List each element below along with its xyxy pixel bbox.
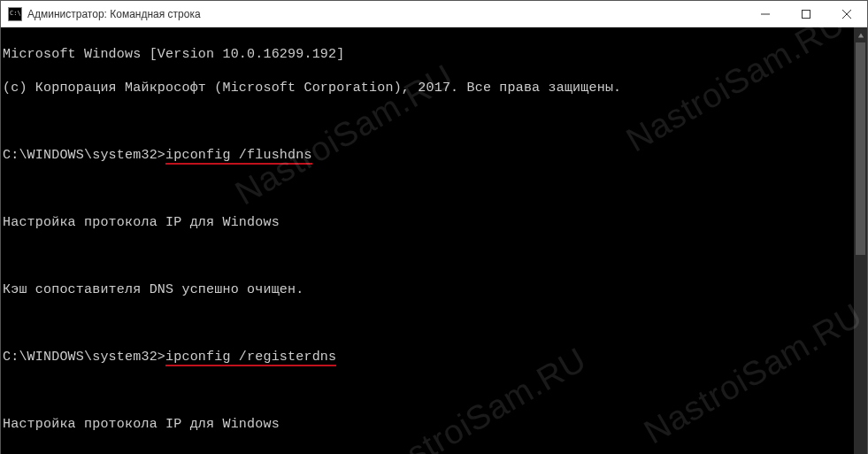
output-line: Настройка протокола IP для Windows	[3, 214, 852, 231]
scroll-up-arrow-icon[interactable]	[854, 27, 867, 42]
titlebar[interactable]: Администратор: Командная строка	[1, 1, 867, 27]
terminal-output[interactable]: Microsoft Windows [Version 10.0.16299.19…	[1, 27, 854, 454]
version-line: Microsoft Windows [Version 10.0.16299.19…	[3, 46, 852, 63]
svg-rect-0	[803, 10, 810, 18]
output-line: Кэш сопоставителя DNS успешно очищен.	[3, 281, 852, 298]
prompt: C:\WINDOWS\system32>	[3, 148, 165, 163]
maximize-button[interactable]	[786, 1, 826, 27]
scrollbar-thumb[interactable]	[856, 42, 865, 255]
cmd-window: Администратор: Командная строка Microsof…	[0, 0, 868, 454]
vertical-scrollbar[interactable]	[854, 27, 867, 454]
command-flushdns: ipconfig /flushdns	[165, 148, 312, 163]
minimize-button[interactable]	[745, 1, 786, 27]
scrollbar-track[interactable]	[854, 42, 867, 454]
close-button[interactable]	[826, 1, 867, 27]
cmd-icon	[8, 7, 22, 21]
output-line: Настройка протокола IP для Windows	[3, 416, 852, 433]
client-area: Microsoft Windows [Version 10.0.16299.19…	[1, 27, 867, 454]
prompt: C:\WINDOWS\system32>	[3, 350, 165, 365]
copyright-line: (c) Корпорация Майкрософт (Microsoft Cor…	[3, 80, 852, 96]
window-title: Администратор: Командная строка	[27, 8, 201, 20]
command-registerdns: ipconfig /registerdns	[165, 350, 336, 365]
